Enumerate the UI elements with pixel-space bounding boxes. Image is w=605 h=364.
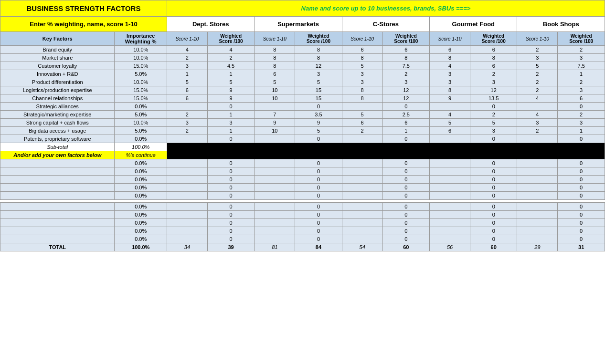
table-row: Strong capital + cash flows 10.0% 3 3 9 … (0, 119, 605, 127)
subtotal-row: Sub-total 100.0% (0, 143, 605, 151)
col-header-importance: ImportanceWeighting % (115, 32, 167, 46)
table-row: Strategic/marketing expertise 5.0% 2 1 7… (0, 111, 605, 119)
business-name-1: Supermarkets (255, 17, 342, 32)
col-header-weighted-1: WeightedScore /100 (295, 32, 342, 46)
table-row: Logistics/production expertise 15.0% 6 9… (0, 86, 605, 94)
extra-row: 0.0% 0 0 0 0 0 (0, 211, 605, 219)
extra-row: 0.0% 0 0 0 0 0 (0, 219, 605, 227)
table-row: Product differentiation 10.0% 5 5 5 5 3 … (0, 78, 605, 86)
business-name-2: C-Stores (342, 17, 429, 32)
extra-row: 0.0% 0 0 0 0 0 (0, 176, 605, 184)
total-row: TOTAL 100.0% 34 39 81 84 54 60 56 60 29 … (0, 243, 605, 251)
table-row: Market share 10.0% 2 2 8 8 8 8 8 8 3 3 (0, 54, 605, 62)
table-row: Big data access + usage 5.0% 2 1 10 5 2 … (0, 127, 605, 135)
table-row: Brand equity 10.0% 4 4 8 8 6 6 6 6 2 2 (0, 46, 605, 54)
extra-row: 0.0% 0 0 0 0 0 (0, 184, 605, 192)
table-row: Channel relationships 15.0% 6 9 10 15 8 … (0, 94, 605, 103)
table-row: Customer loyalty 15.0% 3 4.5 8 12 5 7.5 … (0, 62, 605, 70)
col-header-score-2: Score 1-10 (342, 32, 382, 46)
col-header-score-3: Score 1-10 (430, 32, 470, 46)
addown-row: And/or add your own factors below %'s co… (0, 151, 605, 159)
col-header-score-4: Score 1-10 (517, 32, 558, 46)
col-header-weighted-0: WeightedScore /100 (207, 32, 255, 46)
page-title: BUSINESS STRENGTH FACTORS (0, 0, 167, 17)
business-name-3: Gourmet Food (430, 17, 517, 32)
col-header-score-1: Score 1-10 (255, 32, 295, 46)
extra-row: 0.0% 0 0 0 0 0 (0, 167, 605, 176)
col-header-weighted-4: WeightedScore /100 (558, 32, 605, 46)
table-row: Innovation + R&D 5.0% 1 1 6 3 3 2 3 2 2 … (0, 70, 605, 78)
col-header-weighted-3: WeightedScore /100 (470, 32, 517, 46)
extra-row: 0.0% 0 0 0 0 0 (0, 235, 605, 243)
extra-row: 0.0% 0 0 0 0 0 (0, 203, 605, 211)
col-header-key: Key Factors (0, 32, 115, 46)
page-subtitle: Name and score up to 10 businesses, bran… (167, 0, 605, 17)
table-row: Patents, proprietary software 0.0% 0 0 0… (0, 135, 605, 143)
col-header-weighted-2: WeightedScore /100 (382, 32, 430, 46)
extra-row: 0.0% 0 0 0 0 0 (0, 159, 605, 167)
business-name-4: Book Shops (517, 17, 605, 32)
extra-row: 0.0% 0 0 0 0 0 (0, 227, 605, 235)
col-header-score-0: Score 1-10 (167, 32, 207, 46)
business-name-0: Dept. Stores (167, 17, 254, 32)
table-row: Strategic alliances 0.0% 0 0 0 0 0 (0, 103, 605, 111)
extra-row: 0.0% 0 0 0 0 0 (0, 192, 605, 200)
enter-instructions: Enter % weighting, name, score 1-10 (0, 17, 167, 32)
